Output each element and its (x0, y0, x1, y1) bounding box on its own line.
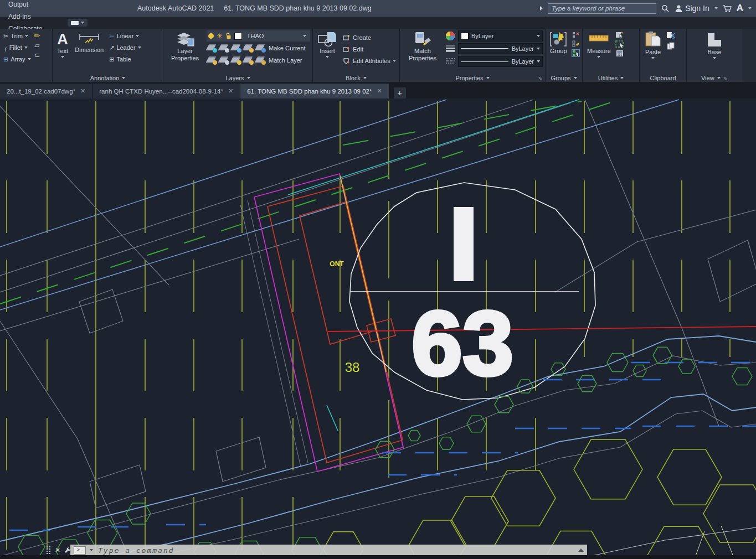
building-outline[interactable] (216, 437, 266, 482)
map-label-I[interactable]: I (450, 188, 477, 299)
layer-state-icon[interactable] (219, 56, 229, 65)
leader-button[interactable]: ↗Leader (108, 42, 142, 53)
hex-symbol[interactable] (732, 368, 752, 385)
command-history-expand-icon[interactable] (578, 548, 584, 552)
hex-symbol[interactable] (607, 354, 628, 372)
cut-icon[interactable] (666, 32, 675, 39)
hex-symbol[interactable] (657, 449, 722, 505)
parcel-boundary-magenta[interactable] (254, 174, 403, 472)
map-linework[interactable] (0, 100, 756, 559)
linear-button[interactable]: ⊢Linear (108, 30, 142, 42)
parcel-side-line[interactable] (248, 200, 308, 463)
file-tab-1[interactable]: 20...t_19_02.cad07dwg*✕ (0, 84, 92, 99)
hex-symbol[interactable] (647, 526, 716, 559)
layer-state-icon[interactable] (231, 44, 241, 53)
search-icon[interactable] (661, 4, 670, 13)
road-edge[interactable] (0, 100, 446, 247)
block-edit-button[interactable]: Edit (342, 44, 397, 55)
parcel-side-line[interactable] (240, 205, 301, 467)
building-outline[interactable] (708, 240, 756, 302)
copy-icon[interactable] (667, 42, 675, 50)
river-bank[interactable] (93, 394, 756, 559)
command-prompt-icon[interactable]: >_ (74, 546, 86, 555)
map-label-38[interactable]: 38 (345, 360, 360, 375)
lot-line[interactable] (585, 100, 719, 426)
hex-symbol[interactable] (578, 375, 596, 391)
properties-expander-icon[interactable]: ⇘ (538, 75, 543, 81)
fillet-button[interactable]: ╭Fillet (2, 42, 32, 53)
table-button[interactable]: ⊞Table (108, 54, 142, 65)
array-button[interactable]: ⊞Array (2, 54, 32, 65)
layer-state-icon[interactable] (231, 56, 241, 65)
lineweight-dropdown[interactable]: ByLayer (458, 43, 543, 54)
insert-button[interactable]: Insert (315, 30, 340, 73)
layer-state-icon[interactable] (255, 44, 266, 53)
new-drawing-tab-button[interactable]: + (394, 87, 406, 99)
map-label-63[interactable]: 63 (412, 292, 514, 394)
panel-label-properties[interactable]: Properties⇘ (400, 75, 545, 81)
layer-color-swatch[interactable] (234, 33, 242, 40)
tab-close-icon[interactable]: ✕ (377, 87, 382, 95)
panel-label-block[interactable]: Block (313, 75, 399, 81)
parcel-cyan-line[interactable] (327, 405, 338, 431)
hex-symbol[interactable] (678, 359, 695, 374)
group-select-icon[interactable] (572, 49, 580, 57)
panel-label-clipboard[interactable]: Clipboard (640, 75, 686, 81)
building-outline[interactable] (79, 289, 123, 333)
menu-item-add-ins[interactable]: Add-ins (0, 11, 60, 23)
trim-button[interactable]: ✂Trim (2, 30, 32, 42)
base-button[interactable]: Base (701, 30, 728, 73)
layer-state-icon[interactable] (243, 56, 254, 65)
match-layer-button[interactable]: Match Layer (268, 55, 304, 66)
select-window-icon[interactable] (615, 40, 624, 48)
hex-symbol[interactable] (88, 520, 117, 546)
panel-label-layers[interactable]: Layers (163, 75, 312, 81)
lot-line[interactable] (0, 106, 169, 285)
color-wheel-icon[interactable] (445, 31, 455, 41)
logo-caret-icon[interactable] (748, 7, 752, 9)
command-bar-close-icon[interactable]: ✕ (55, 546, 60, 554)
hex-symbol[interactable] (408, 431, 420, 441)
command-bar[interactable]: >_ (70, 545, 587, 556)
ungroup-icon[interactable] (572, 32, 579, 38)
block-create-button[interactable]: Create (342, 32, 397, 43)
map-label-ONT[interactable]: ONT (330, 260, 344, 268)
panel-label-utilities[interactable]: Utilities (583, 75, 639, 81)
view-expander-icon[interactable]: ⇘ (723, 75, 728, 81)
lot-line[interactable] (0, 321, 129, 557)
layer-state-icon[interactable] (207, 44, 217, 53)
match-properties-button[interactable]: Match Properties (402, 30, 443, 73)
road-line[interactable] (0, 103, 570, 292)
paste-button[interactable]: Paste (642, 30, 664, 73)
command-input[interactable] (97, 546, 574, 555)
measure-button[interactable]: Measure (585, 30, 613, 73)
layer-on-icon[interactable] (208, 33, 214, 39)
tab-close-icon[interactable]: ✕ (80, 87, 85, 95)
hex-symbol[interactable] (517, 380, 533, 393)
recent-commands-caret-icon[interactable] (90, 549, 93, 551)
edit-attributes-button[interactable]: Edit Attributes (342, 55, 397, 66)
hex-symbol[interactable] (574, 439, 642, 499)
ribbon-display-toggle[interactable] (68, 19, 88, 27)
road-utility-line[interactable] (288, 100, 579, 195)
group-edit-icon[interactable] (572, 40, 579, 47)
tab-close-icon[interactable]: ✕ (228, 87, 233, 95)
dimension-button[interactable]: Dimension (73, 30, 106, 73)
hex-symbol[interactable] (126, 503, 151, 524)
river-line[interactable] (144, 411, 756, 559)
layer-state-icon[interactable] (255, 56, 266, 65)
quick-select-icon[interactable] (615, 32, 624, 39)
panel-label-groups[interactable]: Groups (546, 75, 582, 81)
layer-dropdown[interactable]: THAO (245, 31, 308, 41)
red-axis-line[interactable] (328, 327, 756, 332)
layer-state-icon[interactable] (219, 44, 229, 53)
hex-symbol[interactable] (439, 437, 454, 450)
parcel-yellow-line[interactable] (340, 175, 386, 372)
river-bank[interactable] (0, 336, 756, 541)
menu-item-output[interactable]: Output (0, 0, 60, 11)
road-centerline[interactable] (0, 100, 619, 304)
file-tab-2[interactable]: ranh QH CTXD Huyen...--cad2004-08-9-14*✕ (92, 84, 240, 99)
hex-symbol[interactable] (491, 470, 556, 526)
hex-symbol[interactable] (451, 496, 508, 546)
explode-icon[interactable]: ▱ (34, 42, 39, 49)
